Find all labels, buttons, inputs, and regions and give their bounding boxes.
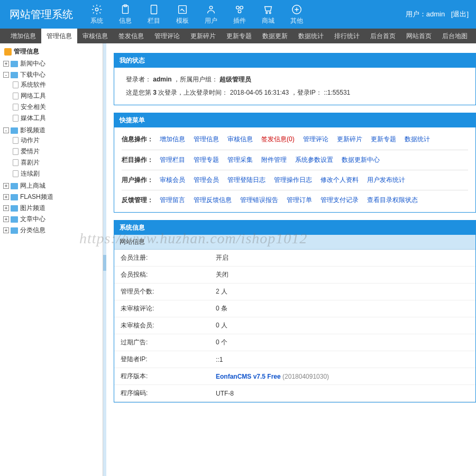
sysinfo-panel: 系统信息 网站信息 会员注册:开启会员投稿:关闭管理员个数:2 人未审核评论:0…	[114, 220, 476, 402]
subnav-item[interactable]: 网站首页	[401, 29, 437, 43]
subnav-item[interactable]: 增加信息	[5, 29, 41, 43]
tree-link[interactable]: 安全相关	[21, 103, 46, 112]
tree-link[interactable]: 喜剧片	[21, 158, 40, 167]
tree-node[interactable]: +分类信息	[3, 226, 103, 235]
tree-leaf[interactable]: 爱情片	[13, 147, 103, 156]
topnav-cart[interactable]: 商城	[254, 0, 282, 29]
tree-link[interactable]: 动作片	[21, 136, 40, 145]
tree-link[interactable]: 影视频道	[20, 126, 45, 135]
tree-leaf[interactable]: 系统软件	[13, 80, 103, 89]
expand-icon[interactable]: +	[3, 216, 9, 222]
tree-link[interactable]: 文章中心	[20, 215, 45, 224]
subnav-item[interactable]: 更新碎片	[185, 29, 221, 43]
tree-link[interactable]: 网上商城	[20, 181, 45, 190]
subnav-item[interactable]: 数据统计	[293, 29, 329, 43]
quick-link[interactable]: 管理操作日志	[274, 173, 312, 187]
quick-link[interactable]: 用户发布统计	[367, 173, 405, 187]
subnav-item[interactable]: 管理信息	[41, 29, 77, 43]
tree-leaf[interactable]: 喜剧片	[13, 158, 103, 167]
quick-link[interactable]: 管理采集	[227, 153, 253, 167]
expand-icon[interactable]: +	[3, 227, 9, 233]
subnav-item[interactable]: 更新专题	[221, 29, 257, 43]
topnav-gear[interactable]: 系统	[83, 0, 111, 29]
home-icon	[4, 48, 12, 56]
tree-link[interactable]: 媒体工具	[21, 114, 46, 123]
subnav-item[interactable]: 审核信息	[77, 29, 113, 43]
topnav-doc[interactable]: 栏目	[140, 0, 168, 29]
tree-link[interactable]: 网络工具	[21, 91, 46, 100]
collapse-icon[interactable]: -	[3, 127, 9, 133]
quick-label: 用户操作：	[122, 173, 160, 187]
quick-link[interactable]: 管理错误报告	[240, 194, 278, 207]
tree-node[interactable]: -下载中心	[3, 70, 103, 79]
quick-link[interactable]: 管理会员	[194, 173, 219, 187]
quick-link[interactable]: 管理专题	[194, 153, 219, 167]
quick-link[interactable]: 附件管理	[261, 153, 287, 167]
tree-link[interactable]: 分类信息	[20, 226, 45, 235]
tree-node[interactable]: +新闻中心	[3, 59, 103, 68]
tree-link[interactable]: FLASH频道	[20, 193, 53, 202]
split-divider[interactable]	[103, 43, 106, 476]
folder-icon	[11, 127, 18, 134]
quick-link[interactable]: 修改个人资料	[321, 173, 359, 187]
tree-leaf[interactable]: 安全相关	[13, 103, 103, 112]
quick-link[interactable]: 管理留言	[160, 194, 185, 207]
quick-link[interactable]: 管理登陆日志	[227, 173, 266, 187]
topnav-edit[interactable]: 模板	[168, 0, 197, 29]
expand-icon[interactable]: +	[3, 183, 9, 189]
quick-link[interactable]: 更新碎片	[337, 133, 362, 146]
collapse-icon[interactable]: -	[3, 72, 9, 78]
tree-node[interactable]: +网上商城	[3, 181, 103, 190]
quick-link[interactable]: 系统参数设置	[295, 153, 333, 167]
tree-link[interactable]: 新闻中心	[20, 59, 45, 68]
tree-leaf[interactable]: 媒体工具	[13, 114, 103, 123]
quick-link[interactable]: 审核信息	[227, 133, 253, 146]
quick-link[interactable]: 数据更新中心	[342, 153, 380, 167]
quick-link[interactable]: 管理反馈信息	[194, 194, 232, 207]
subnav-item[interactable]: 数据更新	[257, 29, 293, 43]
quick-link[interactable]: 增加信息	[160, 133, 185, 146]
tree-node[interactable]: +FLASH频道	[3, 193, 103, 202]
subnav-item[interactable]: 后台首页	[365, 29, 401, 43]
tree-leaf[interactable]: 动作片	[13, 136, 103, 145]
split-handle-icon[interactable]	[103, 255, 106, 271]
quick-link[interactable]: 管理栏目	[160, 153, 185, 167]
tree-link[interactable]: 系统软件	[21, 80, 46, 89]
quick-link[interactable]: 数据统计	[405, 133, 430, 146]
topnav-plugin[interactable]: 插件	[225, 0, 254, 29]
logout-link[interactable]: [退出]	[451, 10, 469, 18]
subnav-item[interactable]: 后台地图	[437, 29, 473, 43]
topnav-user[interactable]: 用户	[197, 0, 225, 29]
tree-node[interactable]: +文章中心	[3, 215, 103, 224]
quick-link[interactable]: 管理信息	[194, 133, 219, 146]
tree-link[interactable]: 连续剧	[21, 169, 40, 178]
quick-link[interactable]: 更新专题	[371, 133, 396, 146]
tree-leaf[interactable]: 连续剧	[13, 169, 103, 178]
sysinfo-value: EonfanCMS v7.5 Free (201804091030)	[209, 368, 475, 385]
tree-link[interactable]: 下载中心	[20, 70, 45, 79]
quick-link[interactable]: 管理评论	[303, 133, 328, 146]
tree-node[interactable]: +图片频道	[3, 204, 103, 213]
quick-link[interactable]: 审核会员	[160, 173, 185, 187]
quick-link[interactable]: 签发信息(0)	[261, 133, 295, 146]
subnav-item[interactable]: 版本更新	[473, 29, 476, 43]
subnav-item[interactable]: 管理评论	[149, 29, 185, 43]
expand-icon[interactable]: +	[3, 194, 9, 200]
subnav-item[interactable]: 排行统计	[329, 29, 365, 43]
quick-link[interactable]: 查看目录权限状态	[367, 194, 418, 207]
subnav-item[interactable]: 签发信息	[113, 29, 149, 43]
quick-link[interactable]: 管理支付记录	[321, 194, 359, 207]
tree-node[interactable]: -影视频道	[3, 126, 103, 135]
quick-link[interactable]: 管理订单	[287, 194, 312, 207]
tree-link[interactable]: 图片频道	[20, 204, 45, 213]
sysinfo-row: 未审核评论:0 条	[114, 300, 475, 317]
sysinfo-value: UTF-8	[209, 385, 475, 402]
gear-icon	[91, 4, 103, 15]
topnav-plus[interactable]: 其他	[282, 0, 311, 29]
topnav-clipboard[interactable]: 信息	[111, 0, 140, 29]
version-link[interactable]: EonfanCMS v7.5 Free	[216, 373, 281, 380]
expand-icon[interactable]: +	[3, 61, 9, 67]
expand-icon[interactable]: +	[3, 205, 9, 211]
tree-leaf[interactable]: 网络工具	[13, 91, 103, 100]
tree-link[interactable]: 爱情片	[21, 147, 40, 156]
